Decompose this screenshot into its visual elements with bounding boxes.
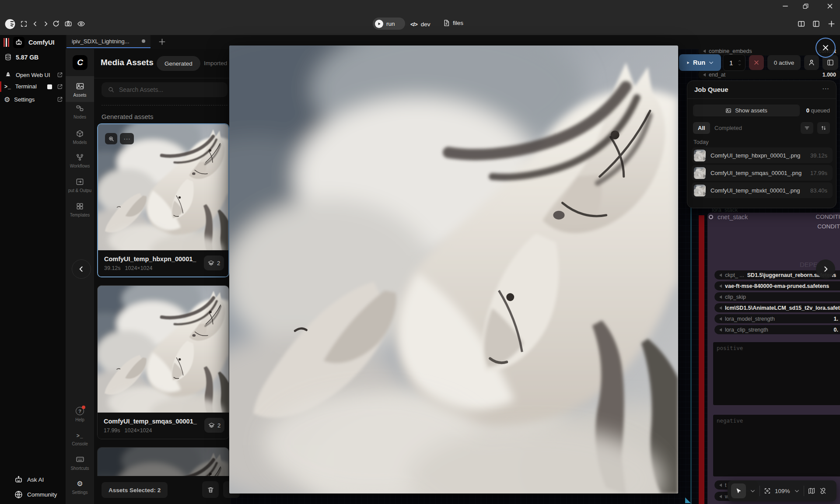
dev-mode-button[interactable]: dev <box>410 20 430 28</box>
next-image-button[interactable] <box>816 259 835 279</box>
comfyui-rail-logo[interactable] <box>73 55 88 70</box>
sidebar-menu-button[interactable]: ComfyUI <box>4 37 55 48</box>
sidebar-item-terminal[interactable]: Terminal <box>4 83 37 90</box>
rail-item-nodes[interactable]: Nodes <box>66 104 94 119</box>
delete-assets-button[interactable] <box>202 481 219 498</box>
reload-icon[interactable] <box>52 20 60 28</box>
widget-lora-model-strength[interactable]: lora_model_strength 1. <box>714 314 840 323</box>
tab-workflow[interactable]: ipiv_SDXL_Lightning... <box>66 35 150 48</box>
watch-icon[interactable] <box>77 20 85 28</box>
forward-icon[interactable] <box>42 20 49 28</box>
fullscreen-icon[interactable] <box>20 20 28 28</box>
rail-item-shortcuts[interactable]: Shortcuts <box>66 455 94 471</box>
sidebar-item-settings[interactable]: Settings <box>4 95 35 104</box>
sidebar-item-community[interactable]: Community <box>14 490 57 499</box>
minimize-button[interactable] <box>780 1 791 11</box>
restore-button[interactable] <box>800 1 811 11</box>
external-link-icon[interactable] <box>57 84 63 90</box>
sidebar-panel-icon <box>826 59 834 66</box>
panel-layout-icon[interactable] <box>812 20 820 28</box>
batch-count-stepper[interactable]: 1 <box>723 54 746 71</box>
widget-value: 0. <box>834 327 840 333</box>
chevron-down-icon[interactable] <box>749 488 756 494</box>
active-jobs-badge[interactable]: 0 active <box>767 55 801 70</box>
zoom-asset-button[interactable] <box>105 133 117 144</box>
run-button[interactable]: Run <box>679 54 721 71</box>
rail-item-console[interactable]: Console <box>66 431 94 446</box>
account-button[interactable] <box>804 55 819 70</box>
rail-item-settings[interactable]: Settings <box>66 480 94 495</box>
asset-count-badge[interactable]: 2 <box>204 418 224 433</box>
previous-image-button[interactable] <box>72 259 91 279</box>
show-assets-button[interactable]: Show assets <box>693 105 800 116</box>
back-icon[interactable] <box>32 20 39 28</box>
rail-item-templates[interactable]: Templates <box>66 202 94 217</box>
widget-left-arrow-icon[interactable] <box>719 495 722 498</box>
sidebar-item-open-web-ui[interactable]: Open Web UI <box>4 71 50 79</box>
widget-left-arrow-icon[interactable] <box>719 295 722 299</box>
new-tab-button[interactable] <box>158 37 167 46</box>
node-resize-handle[interactable] <box>685 497 691 503</box>
filter-completed-tab[interactable]: Completed <box>714 125 742 131</box>
tab-imported[interactable]: Imported <box>204 60 227 66</box>
queue-job-row[interactable]: ComfyUI_temp_hbxpn_00001_.png 39.12s <box>692 147 833 163</box>
queue-job-row[interactable]: ComfyUI_temp_smqas_00001_.png 17.99s <box>692 165 833 181</box>
close-window-button[interactable] <box>824 1 836 11</box>
new-window-icon[interactable] <box>827 19 836 28</box>
fit-view-icon[interactable] <box>763 487 771 495</box>
close-preview-button[interactable] <box>816 38 836 58</box>
asset-duration: 39.12s <box>104 265 121 271</box>
external-link-icon[interactable] <box>57 72 63 78</box>
search-input[interactable]: Search Assets... <box>102 82 228 97</box>
asset-thumbnail[interactable] <box>98 124 228 250</box>
sort-button[interactable] <box>817 122 830 134</box>
widget-left-arrow-icon[interactable] <box>719 284 722 288</box>
asset-count-badge[interactable]: 2 <box>204 256 224 270</box>
external-link-icon[interactable] <box>57 96 63 102</box>
tab-generated[interactable]: Generated <box>157 56 200 71</box>
widget-lora-clip-strength[interactable]: lora_clip_strength 0. <box>714 325 840 334</box>
widget-vae[interactable]: vae-ft-mse-840000-ema-pruned.safetens <box>714 281 840 290</box>
minimap-icon[interactable] <box>808 487 816 495</box>
input-slot-icon[interactable] <box>709 215 713 219</box>
widget-left-arrow-icon[interactable] <box>719 483 722 487</box>
widget-left-arrow-icon[interactable] <box>703 73 706 77</box>
rail-item-models[interactable]: Models <box>66 130 94 145</box>
asset-menu-button[interactable] <box>120 133 134 144</box>
zoom-level[interactable]: 109% <box>775 488 790 494</box>
rail-item-input-output[interactable]: put & Outpu <box>66 178 94 193</box>
widget-left-arrow-icon[interactable] <box>719 317 722 321</box>
widget-left-arrow-icon[interactable] <box>703 49 706 53</box>
widget-end-at[interactable]: end_at 1.000 <box>698 70 840 79</box>
split-view-icon[interactable] <box>797 20 805 28</box>
asset-thumbnail[interactable] <box>98 286 229 413</box>
toggle-links-icon[interactable] <box>819 487 827 495</box>
filter-button[interactable] <box>801 122 813 134</box>
negative-prompt-textarea[interactable]: negative <box>713 415 840 476</box>
widget-left-arrow-icon[interactable] <box>719 328 722 332</box>
widget-lora[interactable]: lcm\SD1.5\AnimateLCM_sd15_t2v_lora.safet <box>714 303 840 312</box>
cancel-run-button[interactable] <box>749 55 764 70</box>
files-button[interactable]: files <box>443 19 463 27</box>
widget-clip-skip[interactable]: clip_skip <box>714 292 840 301</box>
asset-card-selected[interactable]: ComfyUI_temp_hbxpn_00001_ 39.12s 1024×10… <box>97 123 229 277</box>
pointer-tool-button[interactable] <box>731 483 746 498</box>
sidebar-item-ask-ai[interactable]: Ask AI <box>14 475 44 484</box>
stepper-arrows-icon[interactable] <box>737 59 742 66</box>
asset-card[interactable]: ComfyUI_temp_smqas_00001_ 17.99s 1024×10… <box>97 285 229 439</box>
avatar[interactable] <box>4 18 16 30</box>
queue-menu-icon[interactable] <box>822 84 829 93</box>
rail-item-help[interactable]: Help <box>66 407 94 422</box>
widget-left-arrow-icon[interactable] <box>719 306 722 310</box>
stop-terminal-icon[interactable] <box>47 84 52 89</box>
rail-item-workflows[interactable]: Workflows <box>66 153 94 168</box>
chevron-down-icon[interactable] <box>794 488 800 494</box>
queue-job-row[interactable]: ComfyUI_temp_mbxkt_00001_.png 83.40s <box>692 182 833 198</box>
rail-item-assets[interactable]: Assets <box>66 76 94 102</box>
screenshot-icon[interactable] <box>64 20 72 28</box>
chevron-down-icon[interactable] <box>708 60 714 66</box>
filter-all-tab[interactable]: All <box>693 122 710 134</box>
positive-prompt-textarea[interactable]: positive <box>713 342 840 405</box>
widget-left-arrow-icon[interactable] <box>719 273 722 277</box>
run-mode-button[interactable]: run <box>373 18 405 30</box>
